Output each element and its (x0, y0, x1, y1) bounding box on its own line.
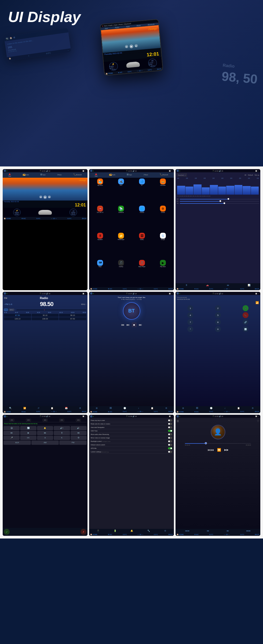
home-time: 📱 12:01 🔊 10 (39, 170, 50, 172)
music-profile-time: 📱 12:03 🔊 18 (212, 415, 223, 417)
steering-time: 📱 12:09 🔊 18 (39, 415, 50, 417)
screen-eq: ● 📱 12:03 🔊 18 🔲← Standard ∨ All Default… (176, 169, 260, 290)
screen-steering: ● 📱 12:09 🔊 18 🔲← 255 255 255 255 255 Pl… (3, 415, 87, 536)
hero-section: UI Display 📷🏠⚙ Listen to the music on th… (0, 0, 263, 166)
screen-bt: ● 📱 12:07 🔊 18 🔲← That I can't keep out … (89, 292, 174, 413)
screen-settings: ● 📱 11:59 🔊 18 🔲← Press any key to start… (89, 415, 174, 536)
screen-music-profile: ● 📱 12:03 🔊 18 🔲← ☰ ♡ 👤 (176, 415, 260, 536)
settings-time: 📱 11:59 🔊 18 (126, 415, 137, 417)
screens-grid: ● 📱 12:01 🔊 10 🔲← Navi 📻Radio ⊞Apps ♪Mus… (3, 169, 260, 536)
main-phone-mockup: 🔺 Navi | Radio | Apps | Music | Bluetoot… (100, 19, 163, 76)
screen-radio: ● 📱 12:03 🔊 18 🔲← FM Radio ‹ FM 1-3 98.5… (3, 292, 87, 413)
apps-time: 📱 12:02 🔊 10 (126, 170, 137, 172)
back-label-music: BACK (255, 534, 259, 535)
bt-time: 📱 12:07 🔊 18 (126, 293, 137, 294)
screens-grid-section: ● 📱 12:01 🔊 10 🔲← Navi 📻Radio ⊞Apps ♪Mus… (0, 166, 263, 539)
radio-time: 📱 12:03 🔊 18 (39, 293, 50, 294)
home-clock: 12:01 (3, 203, 87, 208)
side-screen-left: 📷🏠⚙ Listen to the music on the abc... 16… (4, 28, 71, 61)
home-date: Thursday 2022-02-03 (3, 201, 87, 203)
eq-time: 📱 12:03 🔊 18 (212, 170, 223, 172)
back-label-phone: BACK (157, 68, 162, 70)
radio-freq-display: Radio 98, 50 (221, 63, 258, 86)
back-label-home: BACK (82, 218, 86, 219)
phone-status-time: 📱 12:02 🔊 12 (212, 293, 223, 294)
screen-phone: ● 📱 12:02 🔊 12 🔲← Disconnected 40:45:DA:… (176, 292, 260, 413)
screen-apps: ● 📱 12:02 🔊 10 🔲← Navi 📻Radio ⊞Apps ♪Mus… (89, 169, 174, 290)
screen-home: ● 📱 12:01 🔊 10 🔲← Navi 📻Radio ⊞Apps ♪Mus… (3, 169, 87, 290)
